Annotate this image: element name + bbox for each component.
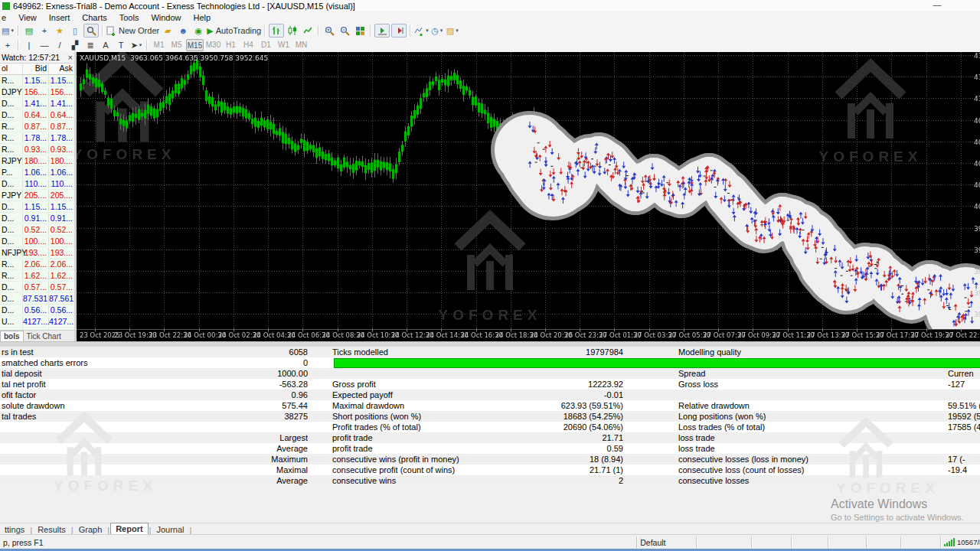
market-watch-row[interactable]: P...1.06...1.06... [0, 167, 74, 178]
text-tool-button[interactable]: A [99, 39, 113, 51]
panel-icon: ▯ [73, 26, 77, 36]
timeframe-button-m5[interactable]: M5 [168, 39, 185, 50]
indicators-button[interactable]: ▾ [414, 24, 429, 37]
zoom-out-icon [340, 26, 350, 36]
market-watch-row[interactable]: R...0.87...0.87... [0, 121, 74, 132]
fibonacci-button[interactable]: ≣ [83, 39, 97, 51]
market-watch-row[interactable]: D...0.91...0.91... [0, 213, 74, 224]
new-chart-button[interactable]: ▤ [22, 24, 36, 37]
symbol-cell: D... [0, 236, 23, 246]
candlestick-type-button[interactable] [286, 24, 299, 37]
ask-cell: 205.... [49, 191, 74, 200]
market-watch-row[interactable]: R...1.78...1.78... [0, 132, 74, 144]
toolbar-separator [146, 40, 148, 51]
market-watch-row[interactable]: RJPY180....180.... [0, 155, 74, 167]
close-icon[interactable]: × [68, 53, 73, 62]
market-watch-body: R...1.15...1.15...DJPY156....156....D...… [0, 75, 74, 350]
menu-item-help[interactable]: Help [188, 13, 217, 22]
timeframe-button-m15[interactable]: M15 [186, 39, 204, 51]
community-button[interactable]: ◉ [191, 24, 205, 37]
star-icon: ★ [56, 26, 64, 36]
menu-item-tools[interactable]: Tools [113, 13, 145, 22]
cursor-button[interactable]: + [38, 24, 51, 37]
arrows-tool-button[interactable]: ➤▾ [129, 39, 143, 51]
menu-item-view[interactable]: View [12, 13, 43, 22]
market-watch-row[interactable]: R...0.93...0.93... [0, 144, 74, 155]
tab-ttings[interactable]: ttings [0, 524, 29, 535]
market-watch-row[interactable]: PJPY205....205.... [0, 190, 74, 201]
report-label [332, 368, 485, 379]
minimize-button[interactable]: — [929, 0, 945, 9]
bar-chart-type-button[interactable] [269, 24, 284, 37]
report-label [2, 454, 193, 465]
trendline-button[interactable]: / [53, 39, 67, 51]
chart-window-button[interactable]: ▤▾ [1, 24, 15, 37]
symbol-column-header[interactable]: ol [0, 64, 23, 74]
market-watch-row[interactable]: D...1.15...1.15... [0, 201, 74, 213]
tile-windows-button[interactable] [353, 24, 367, 37]
tab-graph[interactable]: Graph [74, 524, 107, 535]
auto-scroll-button[interactable] [374, 24, 390, 37]
menu-item-charts[interactable]: Charts [76, 13, 113, 22]
menu-item-window[interactable]: Window [145, 13, 187, 22]
market-watch-tab-bols[interactable]: bols [0, 331, 24, 341]
menu-item-e[interactable]: e [0, 13, 12, 22]
new-order-button[interactable]: New Order [106, 24, 159, 37]
market-watch-row[interactable]: R...1.62...1.62... [0, 270, 74, 282]
market-watch-row[interactable]: R...1.15...1.15... [0, 75, 74, 86]
profile-cell[interactable]: Default [636, 536, 696, 548]
zoom-in-button[interactable] [322, 24, 336, 37]
crosshair-tool-button[interactable]: + [1, 39, 15, 51]
timeframe-button-mn[interactable]: MN [293, 39, 309, 50]
mt4-application-window: 649962: Exness-Trial8 - Demo Account - E… [0, 0, 980, 551]
history-center-button[interactable]: ▰ [161, 24, 175, 37]
market-watch-row[interactable]: U...4127....4127.... [0, 316, 74, 328]
market-watch-row[interactable]: D...0.64...0.64... [0, 109, 74, 121]
timeframe-button-h1[interactable]: H1 [223, 39, 239, 50]
market-watch-row[interactable]: DJPY156....156.... [0, 86, 74, 98]
market-watch-row[interactable]: D...1.41...1.41... [0, 98, 74, 109]
timeframe-button-h4[interactable]: H4 [240, 39, 256, 50]
bid-column-header[interactable]: Bid [23, 64, 49, 74]
tab-report[interactable]: Report [110, 523, 148, 535]
menu-item-insert[interactable]: Insert [43, 13, 77, 22]
market-watch-row[interactable]: D...110....110.... [0, 178, 74, 190]
price-chart-canvas[interactable] [77, 52, 980, 341]
channel-button[interactable]: ▞ [68, 39, 82, 51]
market-watch-row[interactable]: D...0.56...0.56... [0, 305, 74, 316]
expert-advisors-button[interactable]: ☻ [176, 24, 190, 37]
market-watch-row[interactable]: R...2.06...2.06... [0, 259, 74, 270]
periods-button[interactable]: ◷▾ [430, 24, 444, 37]
favorites-button[interactable]: ★ [53, 24, 67, 37]
market-watch-row[interactable]: D...0.57...0.57... [0, 282, 74, 293]
market-watch-button[interactable]: ▯ [68, 24, 82, 37]
timeframe-button-m1[interactable]: M1 [151, 39, 167, 50]
zoom-out-button[interactable] [338, 24, 351, 37]
horizontal-line-button[interactable]: — [38, 39, 51, 51]
timeframe-button-d1[interactable]: D1 [258, 39, 274, 50]
label-tool-button[interactable]: T [114, 39, 128, 51]
timeframe-button-w1[interactable]: W1 [276, 39, 292, 50]
market-watch-row[interactable]: D...100....100.... [0, 236, 74, 247]
ask-column-header[interactable]: Ask [49, 64, 74, 74]
tab-journal[interactable]: Journal [152, 524, 188, 535]
timeframe-button-m30[interactable]: M30 [205, 39, 221, 50]
report-label: Expected payoff [332, 390, 485, 400]
market-watch-row[interactable]: D...87.53187.561 [0, 293, 74, 305]
line-chart-type-button[interactable] [301, 24, 315, 37]
tab-results[interactable]: Results [33, 524, 70, 535]
market-watch-row[interactable]: D...0.52...0.52... [0, 224, 74, 236]
market-watch-row[interactable]: NFJPY193....193.... [0, 247, 74, 259]
vertical-line-button[interactable]: | [22, 39, 36, 51]
report-value: 12223.92 [490, 379, 623, 390]
market-watch-tab-tick-chart[interactable]: Tick Chart [24, 331, 64, 341]
symbol-cell: U... [0, 317, 23, 326]
chart-shift-button[interactable] [391, 24, 407, 37]
new-order-label: New Order [119, 26, 159, 35]
activate-windows-overlay: Activate Windows Go to Settings to activ… [831, 497, 964, 522]
strategy-tester-button[interactable] [83, 24, 99, 37]
templates-button[interactable]: ▨▾ [446, 24, 459, 37]
autotrading-button[interactable]: ▶ AutoTrading [207, 24, 261, 37]
symbol-cell: D... [0, 282, 23, 292]
chart-window [77, 52, 980, 341]
